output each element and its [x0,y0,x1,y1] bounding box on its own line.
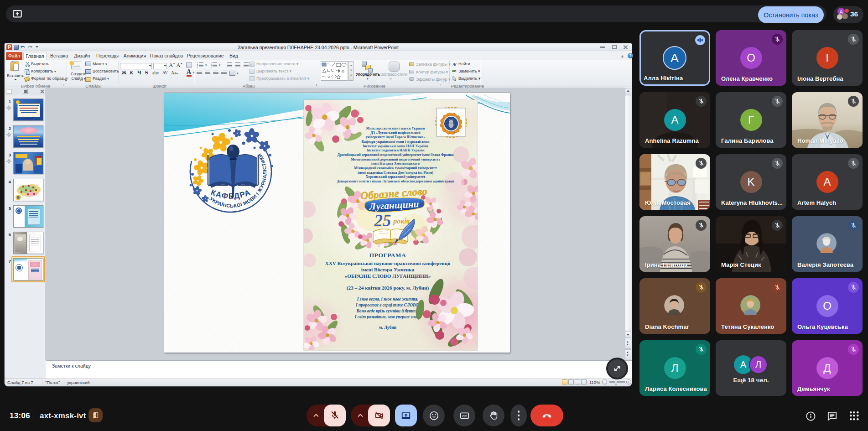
svg-text:CC: CC [462,414,467,417]
